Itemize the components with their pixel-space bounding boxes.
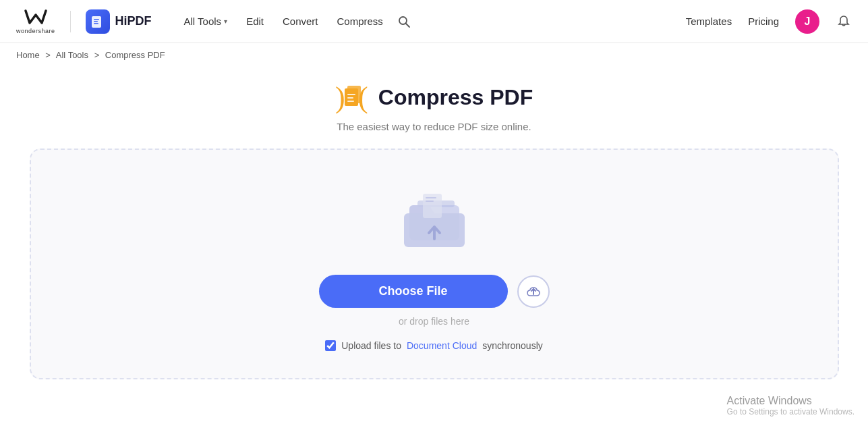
nav-right: Templates Pricing J bbox=[686, 9, 852, 34]
nav-divider bbox=[70, 11, 71, 32]
svg-text:(: ( bbox=[358, 81, 368, 114]
breadcrumb-home[interactable]: Home bbox=[16, 50, 40, 60]
breadcrumb: Home > All Tools > Compress PDF bbox=[0, 43, 868, 67]
windows-activation-title: Activate Windows bbox=[727, 395, 855, 407]
all-tools-dropdown-arrow: ▾ bbox=[224, 18, 227, 25]
notification-bell[interactable] bbox=[836, 14, 852, 30]
svg-rect-10 bbox=[347, 97, 353, 99]
page-title-row: ) ( Compress PDF bbox=[335, 80, 533, 114]
wondershare-icon bbox=[23, 8, 49, 27]
templates-nav[interactable]: Templates bbox=[686, 16, 732, 27]
choose-file-button[interactable]: Choose File bbox=[319, 275, 508, 308]
upload-option-row: Upload files to Document Cloud synchrono… bbox=[325, 340, 543, 351]
cloud-upload-button[interactable] bbox=[517, 275, 550, 308]
document-cloud-checkbox[interactable] bbox=[325, 340, 336, 351]
hipdf-label: HiPDF bbox=[115, 14, 152, 28]
svg-rect-3 bbox=[94, 23, 98, 24]
search-button[interactable] bbox=[397, 14, 411, 29]
hipdf-brand[interactable]: HiPDF bbox=[86, 9, 152, 34]
drop-zone[interactable]: Choose File or drop files here Upload fi… bbox=[30, 149, 839, 379]
pricing-nav[interactable]: Pricing bbox=[748, 16, 779, 27]
breadcrumb-sep2: > bbox=[94, 50, 100, 60]
svg-rect-17 bbox=[426, 197, 436, 198]
svg-rect-9 bbox=[347, 94, 355, 95]
svg-rect-2 bbox=[94, 21, 98, 22]
drop-hint: or drop files here bbox=[399, 316, 469, 327]
main-content: ) ( Compress PDF The easiest way to redu… bbox=[0, 67, 868, 379]
wondershare-text: wondershare bbox=[16, 28, 55, 34]
compress-nav[interactable]: Compress bbox=[329, 11, 391, 31]
navbar: wondershare HiPDF All Tools ▾ Edit Conve… bbox=[0, 0, 868, 43]
compress-pdf-icon: ) ( bbox=[335, 80, 369, 114]
cloud-upload-icon bbox=[525, 284, 542, 300]
svg-rect-18 bbox=[426, 200, 434, 202]
svg-line-5 bbox=[405, 23, 409, 27]
hipdf-icon bbox=[86, 9, 110, 34]
page-header: ) ( Compress PDF The easiest way to redu… bbox=[335, 80, 533, 132]
nav-links: All Tools ▾ Edit Convert Compress bbox=[176, 11, 411, 31]
breadcrumb-current: Compress PDF bbox=[105, 50, 165, 60]
upload-option-text: Upload files to bbox=[341, 340, 401, 351]
breadcrumb-all-tools[interactable]: All Tools bbox=[56, 50, 88, 60]
logo-area: wondershare HiPDF bbox=[16, 8, 152, 34]
action-row: Choose File bbox=[319, 275, 550, 308]
svg-rect-11 bbox=[347, 101, 354, 102]
edit-nav[interactable]: Edit bbox=[238, 11, 272, 31]
folder-illustration bbox=[397, 190, 471, 254]
user-avatar[interactable]: J bbox=[795, 9, 819, 34]
svg-text:): ) bbox=[335, 81, 345, 114]
breadcrumb-sep1: > bbox=[45, 50, 51, 60]
page-subtitle: The easiest way to reduce PDF size onlin… bbox=[337, 121, 531, 132]
page-title: Compress PDF bbox=[378, 85, 533, 110]
document-cloud-link[interactable]: Document Cloud bbox=[407, 340, 477, 351]
wondershare-logo[interactable]: wondershare bbox=[16, 8, 55, 34]
windows-activation-watermark: Activate Windows Go to Settings to activ… bbox=[727, 395, 855, 416]
svg-rect-1 bbox=[94, 19, 99, 20]
all-tools-nav[interactable]: All Tools ▾ bbox=[176, 11, 236, 31]
upload-option-suffix: synchronously bbox=[482, 340, 543, 351]
convert-nav[interactable]: Convert bbox=[274, 11, 326, 31]
windows-activation-subtitle: Go to Settings to activate Windows. bbox=[727, 407, 855, 416]
